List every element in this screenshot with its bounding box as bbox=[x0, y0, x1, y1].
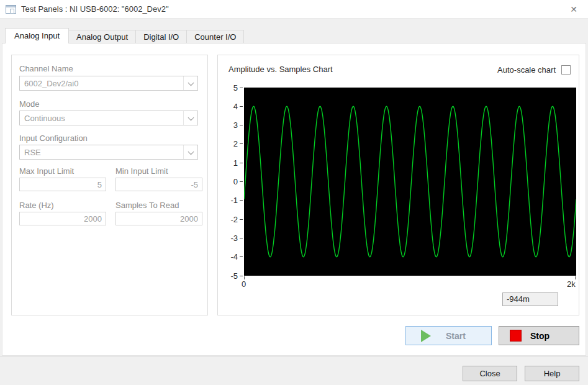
sine-waveform bbox=[244, 88, 576, 276]
waveform-chart bbox=[244, 88, 576, 276]
input-configuration-value: RSE bbox=[24, 148, 41, 157]
y-tick-label: 1 bbox=[218, 158, 243, 168]
tab-analog-input[interactable]: Analog Input bbox=[5, 28, 69, 43]
channel-name-label: Channel Name bbox=[19, 64, 73, 73]
input-configuration-dropdown[interactable]: RSE bbox=[19, 145, 198, 160]
y-tick-label: 0 bbox=[218, 177, 243, 187]
y-tick-label: 4 bbox=[218, 101, 243, 111]
close-icon[interactable]: ✕ bbox=[564, 1, 583, 17]
y-tick-label: -1 bbox=[218, 196, 243, 206]
settings-groupbox: Channel Name 6002_Dev2/ai0 Mode Continuo… bbox=[11, 55, 208, 315]
y-tick-label: 2 bbox=[218, 139, 243, 149]
tab-counter-io[interactable]: Counter I/O bbox=[186, 30, 244, 43]
help-button[interactable]: Help bbox=[525, 366, 579, 381]
chevron-down-icon bbox=[183, 76, 197, 90]
start-button[interactable]: Start bbox=[405, 326, 492, 345]
stop-square-icon bbox=[510, 330, 522, 342]
chart-groupbox: Amplitude vs. Samples Chart Auto-scale c… bbox=[217, 55, 579, 315]
window-title: Test Panels : NI USB-6002: "6002_Dev2" bbox=[21, 4, 169, 14]
app-window-icon bbox=[6, 5, 16, 14]
current-value-indicator: -944m bbox=[502, 292, 558, 306]
min-input-limit-field[interactable] bbox=[115, 178, 202, 191]
max-input-limit-field[interactable] bbox=[19, 178, 106, 191]
x-tick-label-0: 0 bbox=[242, 279, 246, 289]
footer-bar: Close Help bbox=[0, 356, 588, 385]
close-button[interactable]: Close bbox=[463, 366, 517, 381]
chart-title: Amplitude vs. Samples Chart bbox=[228, 65, 333, 74]
start-button-label: Start bbox=[446, 331, 466, 341]
mode-dropdown[interactable]: Continuous bbox=[19, 111, 198, 125]
channel-name-value: 6002_Dev2/ai0 bbox=[24, 79, 78, 88]
autoscale-control: Auto-scale chart bbox=[497, 65, 571, 75]
min-input-limit-label: Min Input Limit bbox=[115, 166, 168, 176]
tab-strip: Analog Input Analog Output Digital I/O C… bbox=[5, 28, 243, 43]
autoscale-label: Auto-scale chart bbox=[497, 65, 556, 75]
y-tick-label: 3 bbox=[218, 120, 243, 130]
y-tick-label: -3 bbox=[218, 233, 243, 243]
y-tick-label: 5 bbox=[218, 83, 243, 93]
input-configuration-label: Input Configuration bbox=[19, 134, 88, 143]
samples-to-read-field[interactable] bbox=[115, 212, 202, 225]
title-bar: Test Panels : NI USB-6002: "6002_Dev2" ✕ bbox=[0, 0, 588, 19]
y-axis: 543210-1-2-3-4-5 bbox=[218, 88, 243, 276]
stop-button[interactable]: Stop bbox=[499, 326, 579, 345]
tab-analog-output[interactable]: Analog Output bbox=[68, 30, 136, 43]
autoscale-checkbox[interactable] bbox=[561, 65, 571, 75]
stop-button-label: Stop bbox=[530, 331, 550, 341]
mode-label: Mode bbox=[19, 99, 40, 109]
rate-field[interactable] bbox=[19, 212, 106, 225]
x-tick-label-2k: 2k bbox=[567, 279, 576, 289]
play-icon bbox=[421, 330, 431, 342]
mode-value: Continuous bbox=[24, 114, 65, 123]
y-tick-label: -2 bbox=[218, 214, 243, 224]
y-tick-label: -4 bbox=[218, 252, 243, 262]
channel-name-dropdown[interactable]: 6002_Dev2/ai0 bbox=[19, 76, 198, 91]
tab-digital-io[interactable]: Digital I/O bbox=[135, 30, 187, 43]
chevron-down-icon bbox=[183, 145, 197, 159]
max-input-limit-label: Max Input Limit bbox=[19, 166, 74, 176]
samples-to-read-label: Samples To Read bbox=[115, 201, 179, 210]
chevron-down-icon bbox=[183, 111, 197, 125]
y-tick-label: -5 bbox=[218, 271, 243, 281]
rate-label: Rate (Hz) bbox=[19, 201, 54, 210]
